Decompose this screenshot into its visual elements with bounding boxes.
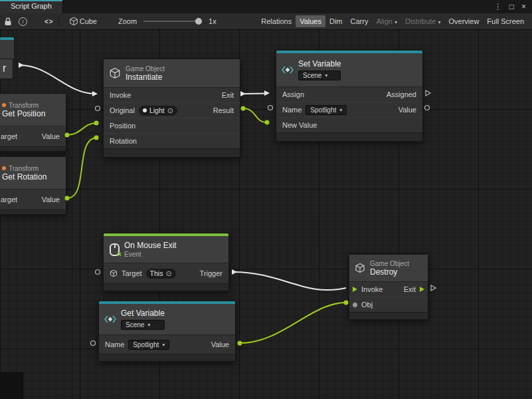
port-label-new-value: New Value (282, 121, 317, 129)
port-label-position: Position (110, 122, 135, 130)
node-header: Transform Get Position (0, 94, 66, 126)
control-arrow-icon[interactable] (353, 287, 357, 292)
node-fragment-top[interactable] (0, 37, 15, 60)
port-label-invoke: Invoke (361, 285, 383, 293)
data-port-icon[interactable] (265, 120, 270, 125)
port-label-name: Name (282, 106, 302, 114)
node-instantiate[interactable]: Game Object Instantiate Invoke Exit Orig… (103, 59, 240, 158)
control-arrow-icon[interactable] (264, 90, 270, 96)
node-footer (0, 146, 66, 151)
chevron-down-icon: ▾ (325, 72, 327, 78)
control-arrow-icon[interactable] (92, 91, 98, 96)
info-icon[interactable]: i (19, 17, 27, 26)
data-port-icon[interactable] (344, 301, 349, 305)
port-row: Position (104, 118, 240, 133)
cube-icon (69, 17, 78, 26)
node-destroy[interactable]: Game Object Destroy Invoke Exit Obj (349, 254, 428, 320)
data-port-icon[interactable] (94, 121, 99, 126)
port-label-exit: Exit (404, 285, 416, 293)
zoom-slider-knob[interactable] (195, 18, 202, 25)
data-port-icon[interactable] (96, 270, 100, 275)
node-header: Set Variable Scene ▾ (276, 53, 422, 87)
node-header: Game Object Destroy (349, 255, 428, 282)
port-row: Assign Assigned (276, 87, 422, 102)
relations-button[interactable]: Relations (257, 15, 296, 27)
dim-button[interactable]: Dim (325, 15, 347, 27)
port-label-value: Value (42, 196, 60, 203)
wire-control[interactable] (244, 93, 266, 94)
control-arrow-icon[interactable] (240, 91, 246, 96)
data-port-icon[interactable] (96, 106, 100, 111)
overview-button[interactable]: Overview (445, 15, 484, 27)
variable-name-dropdown[interactable]: Spotlight ▾ (306, 105, 347, 115)
port-label-value: Value (42, 132, 60, 140)
wire-data[interactable] (240, 303, 346, 343)
data-port-icon[interactable] (94, 136, 99, 140)
values-button[interactable]: Values (296, 15, 325, 27)
wire-data[interactable] (67, 123, 96, 135)
data-port-icon[interactable] (91, 341, 96, 346)
object-field-this[interactable]: This ⊙ (146, 269, 176, 279)
object-picker-icon[interactable]: ⊙ (165, 269, 171, 278)
control-port-icon[interactable] (431, 285, 436, 291)
control-arrow-icon[interactable] (19, 63, 24, 68)
node-on-mouse-exit[interactable]: × On Mouse Exit Event Target This ⊙ (103, 233, 229, 291)
code-icon[interactable]: <> (44, 18, 54, 25)
wire-control[interactable] (20, 65, 95, 94)
object-field-light[interactable]: Light ⊙ (139, 106, 177, 116)
toolbar-separator (58, 17, 59, 26)
align-button: Align ▾ (372, 15, 401, 27)
node-header: × On Mouse Exit Event (104, 236, 228, 263)
cube-icon (355, 263, 365, 273)
node-footer (104, 283, 228, 291)
wire-data[interactable] (243, 108, 267, 122)
node-category: Game Object (126, 65, 165, 72)
port-label-value: Value (399, 106, 416, 114)
variable-scope-dropdown[interactable]: Scene ▾ (298, 70, 341, 80)
node-footer (349, 312, 428, 319)
graph-target-label[interactable]: Cube (80, 17, 97, 25)
light-icon (143, 108, 147, 112)
zoom-slider[interactable] (143, 21, 202, 22)
node-get-rotation[interactable]: Transform Get Rotation arget Value (0, 156, 66, 215)
control-arrow-icon[interactable] (420, 287, 424, 292)
variable-scope-dropdown[interactable]: Scene ▾ (121, 320, 165, 330)
menu-dots-icon[interactable]: ⋮ (494, 2, 502, 11)
port-label-trigger: Trigger (200, 269, 222, 277)
node-title: Get Rotation (2, 173, 46, 182)
wire-data[interactable] (67, 138, 96, 198)
data-port-icon[interactable] (241, 106, 246, 111)
data-port-icon[interactable] (353, 303, 357, 307)
maximize-icon[interactable]: □ (509, 2, 514, 11)
tab-script-graph[interactable]: Script Graph (0, 0, 63, 13)
control-arrow-icon[interactable] (232, 269, 237, 275)
node-subtitle: Event (124, 251, 177, 258)
node-fragment-trigger[interactable]: r (0, 59, 13, 79)
carry-button[interactable]: Carry (347, 15, 373, 27)
control-port-icon[interactable] (426, 90, 430, 96)
port-label-target: Target (122, 269, 142, 277)
fullscreen-button[interactable]: Full Screen (483, 15, 528, 27)
node-header: Get Variable Scene ▾ (99, 304, 235, 335)
node-get-position[interactable]: Transform Get Position arget Value (0, 93, 66, 152)
node-fragment-bottom[interactable] (0, 372, 23, 399)
port-row: arget Value (0, 126, 66, 146)
mouse-exit-icon: × (109, 243, 120, 255)
data-port-icon[interactable] (268, 106, 273, 110)
node-set-variable[interactable]: Set Variable Scene ▾ Assign Assigned Nam… (276, 50, 423, 142)
data-port-icon[interactable] (238, 341, 242, 346)
graph-canvas[interactable]: r Transform Get Position arget Value (0, 29, 532, 399)
object-field-value: This (150, 269, 163, 277)
port-label-name: Name (105, 340, 124, 348)
port-label-exit: Exit (222, 91, 234, 99)
variable-name-dropdown[interactable]: Spotlight ▾ (128, 340, 169, 350)
lock-icon[interactable] (4, 17, 12, 26)
close-icon[interactable]: × (521, 2, 526, 11)
wire-control[interactable] (233, 272, 346, 290)
data-port-icon[interactable] (425, 106, 430, 110)
port-label-rotation: Rotation (110, 137, 137, 145)
chevron-down-icon: ▾ (147, 322, 150, 328)
object-picker-icon[interactable]: ⊙ (167, 106, 173, 115)
node-get-variable[interactable]: Get Variable Scene ▾ Name Spotlight ▾ Va… (98, 301, 236, 362)
node-category: Transform (9, 165, 39, 172)
